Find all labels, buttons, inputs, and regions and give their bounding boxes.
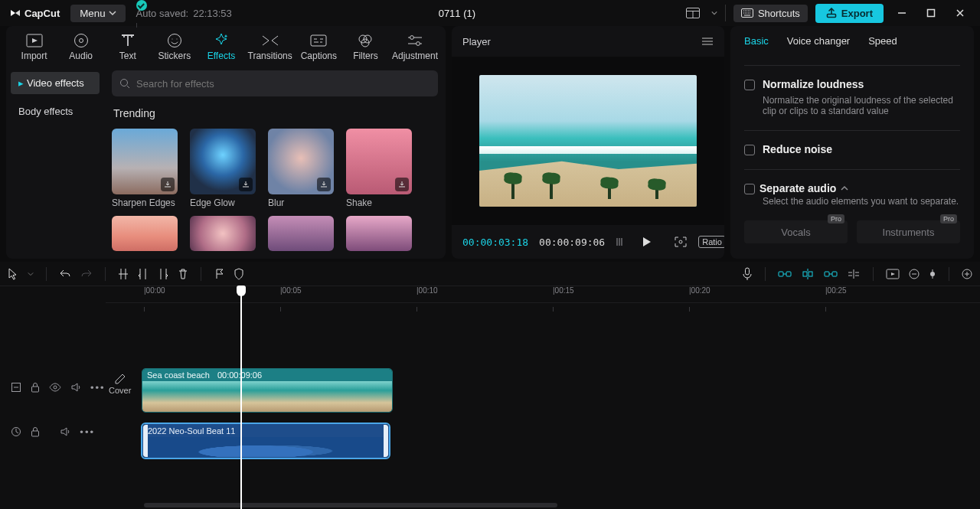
tab-filters[interactable]: Filters	[345, 32, 386, 61]
step-frames-icon[interactable]	[616, 237, 629, 247]
tab-audio[interactable]: Audio	[60, 32, 101, 61]
effect-thumbnail[interactable]	[268, 216, 334, 251]
tracks-area[interactable]: Cover Sea coast beach 00:00:09:06 2022 N…	[106, 303, 980, 509]
import-icon	[26, 32, 43, 49]
track-more-icon[interactable]: •••	[90, 382, 106, 393]
tab-voice-changer[interactable]: Voice changer	[787, 35, 850, 47]
clip-handle-left[interactable]	[143, 425, 148, 457]
effect-thumbnail[interactable]	[346, 216, 412, 251]
track-mute-icon[interactable]	[70, 382, 81, 393]
separate-vocals[interactable]: VocalsPro	[744, 220, 848, 243]
audio-clip[interactable]: 2022 Neo-Soul Beat 11	[142, 424, 389, 458]
track-settings-icon[interactable]	[11, 382, 21, 393]
split-button[interactable]	[118, 268, 129, 280]
pointer-tool[interactable]	[8, 268, 18, 280]
tab-speed[interactable]: Speed	[868, 35, 897, 47]
separate-instruments[interactable]: InstrumentsPro	[857, 220, 960, 243]
cover-button[interactable]: Cover	[109, 372, 131, 395]
mark-button[interactable]	[214, 268, 224, 280]
window-maximize[interactable]	[920, 2, 942, 24]
option-normalize-loudness[interactable]: Normalize loudness	[744, 78, 960, 90]
playhead[interactable]	[240, 286, 242, 509]
svg-rect-2	[827, 15, 835, 18]
tab-transitions[interactable]: Transitions	[248, 32, 292, 61]
align-button[interactable]	[847, 269, 861, 279]
checkbox[interactable]	[744, 145, 755, 155]
export-button[interactable]: Export	[815, 4, 884, 23]
effect-thumbnail[interactable]	[112, 216, 178, 251]
track-settings-icon[interactable]	[11, 426, 21, 437]
tab-adjustment[interactable]: Adjustment	[392, 32, 438, 61]
shortcuts-button[interactable]: Shortcuts	[733, 5, 808, 22]
linkage[interactable]	[824, 269, 838, 279]
effect-shake[interactable]: Shake	[346, 129, 412, 208]
checkbox[interactable]	[744, 80, 755, 90]
project-title[interactable]: 0711 (1)	[243, 8, 671, 19]
delete-button[interactable]	[178, 268, 188, 280]
mic-button[interactable]	[742, 267, 753, 281]
effect-edge-glow[interactable]: Edge Glow	[190, 129, 256, 208]
option-separate-audio[interactable]: Separate audio	[744, 182, 960, 194]
download-icon[interactable]	[317, 178, 331, 191]
frame-button[interactable]	[674, 236, 688, 248]
sidebar-item-video-effects[interactable]: ▸ Video effects	[11, 72, 100, 94]
tab-text[interactable]: Text	[107, 32, 148, 61]
layout-button[interactable]	[682, 2, 704, 24]
zoom-out[interactable]	[909, 269, 920, 279]
tick-label: 00:10	[419, 286, 438, 295]
player-menu-icon[interactable]	[701, 37, 714, 46]
effect-blur[interactable]: Blur	[268, 129, 334, 208]
tab-label: Import	[21, 51, 47, 61]
svg-point-29	[54, 386, 57, 389]
checkbox[interactable]	[744, 184, 755, 194]
tab-effects[interactable]: Effects	[201, 32, 241, 61]
cover-label: Cover	[109, 386, 131, 395]
trim-left-button[interactable]	[138, 268, 149, 280]
option-reduce-noise[interactable]: Reduce noise	[744, 143, 960, 155]
tab-captions[interactable]: Captions	[299, 32, 339, 61]
effect-thumbnail	[112, 129, 178, 194]
effect-thumbnail[interactable]	[190, 216, 256, 251]
download-icon[interactable]	[161, 178, 175, 191]
preview-quality[interactable]	[886, 269, 900, 279]
download-icon[interactable]	[239, 178, 253, 191]
tool-menu[interactable]	[28, 271, 34, 277]
text-icon	[120, 32, 136, 49]
effect-sharpen-edges[interactable]: Sharpen Edges	[112, 129, 178, 208]
window-close[interactable]	[949, 2, 971, 24]
auto-snap[interactable]	[801, 268, 815, 280]
player-viewport[interactable]	[452, 57, 724, 225]
undo-button[interactable]	[59, 269, 71, 279]
tab-basic[interactable]: Basic	[744, 35, 769, 47]
magnet-main-track[interactable]	[778, 269, 792, 279]
effect-thumbnail	[190, 129, 256, 194]
track-mute-icon[interactable]	[60, 426, 70, 437]
effects-row-2	[112, 216, 438, 251]
zoom-slider-handle[interactable]	[929, 269, 936, 279]
clip-name: 2022 Neo-Soul Beat 11	[148, 426, 235, 436]
horizontal-scrollbar[interactable]	[144, 503, 557, 507]
ratio-button[interactable]: Ratio	[698, 236, 724, 248]
track-lock-icon[interactable]	[31, 382, 40, 393]
redo-button[interactable]	[80, 269, 93, 279]
track-visibility-icon[interactable]	[49, 383, 61, 392]
video-clip[interactable]: Sea coast beach 00:00:09:06	[142, 369, 392, 412]
sidebar-item-body-effects[interactable]: Body effects	[11, 100, 100, 122]
effects-search[interactable]	[112, 70, 438, 96]
clip-handle-right[interactable]	[384, 425, 388, 457]
tick-label: 00:05	[283, 286, 302, 295]
menu-button[interactable]: Menu	[70, 5, 125, 22]
search-input[interactable]	[136, 78, 430, 90]
tab-stickers[interactable]: Stickers	[154, 32, 194, 61]
zoom-in[interactable]	[962, 269, 972, 279]
tab-import[interactable]: Import	[14, 32, 54, 61]
track-more-icon[interactable]: •••	[80, 426, 95, 438]
download-icon[interactable]	[395, 178, 409, 191]
play-button[interactable]	[640, 236, 652, 248]
track-lock-icon[interactable]	[31, 426, 40, 437]
trim-right-button[interactable]	[158, 268, 168, 280]
shield-button[interactable]	[234, 268, 244, 280]
effect-label: Shake	[346, 197, 412, 208]
tab-label: Filters	[353, 51, 378, 61]
window-minimize[interactable]	[891, 2, 913, 24]
